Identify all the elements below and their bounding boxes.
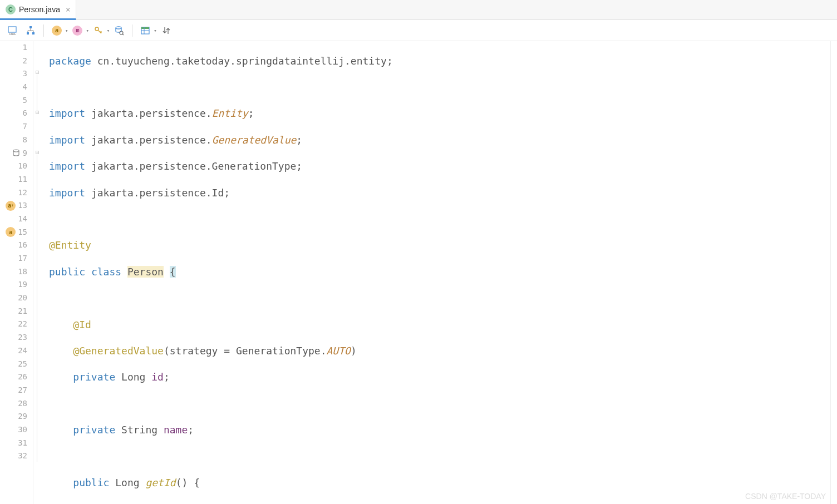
dropdown-icon[interactable]: ▾ — [107, 28, 110, 33]
db-gutter-icon[interactable] — [12, 149, 21, 157]
attr-gutter-badge[interactable]: a? — [6, 201, 16, 211]
line-number: 29 — [18, 410, 27, 423]
editor-toolbar: DDL a ▾ m ▾ ▾ ▾ — [0, 20, 837, 41]
line-number: 17 — [18, 252, 27, 265]
fold-column[interactable]: ⊟ ⊟ ⊟ — [33, 41, 45, 504]
line-number: 5 — [23, 94, 27, 107]
annotation-generated: @GeneratedValue — [73, 345, 164, 357]
method-getId: getId — [145, 477, 175, 488]
field-name: name — [164, 424, 188, 436]
svg-rect-3 — [27, 32, 29, 34]
kw-import: import — [49, 107, 85, 119]
field-id: id — [151, 371, 164, 383]
attr-a-button[interactable]: a — [48, 23, 65, 38]
sort-button[interactable] — [158, 23, 175, 38]
line-number: 28 — [18, 397, 27, 411]
svg-rect-4 — [32, 32, 35, 34]
line-number: 7 — [23, 120, 27, 134]
class-icon: C — [6, 4, 16, 14]
dropdown-icon[interactable]: ▾ — [65, 28, 68, 33]
key-button[interactable] — [90, 23, 107, 38]
attr-gutter-badge[interactable]: a — [6, 227, 16, 237]
kw-package: package — [49, 55, 91, 67]
line-number: 19 — [18, 278, 27, 291]
line-number: 16 — [18, 239, 27, 252]
svg-text:DDL: DDL — [9, 32, 17, 36]
fold-expand-icon[interactable]: ⊟ — [35, 69, 40, 75]
line-number: 11 — [18, 173, 27, 186]
dropdown-icon[interactable]: ▾ — [86, 28, 88, 33]
line-number: 8 — [23, 134, 27, 147]
line-number: 27 — [18, 384, 27, 397]
tab-filename: Person.java — [19, 5, 60, 14]
line-number: 31 — [18, 437, 27, 450]
kw-import: import — [49, 134, 85, 146]
annotation-entity: @Entity — [49, 239, 91, 251]
svg-point-6 — [116, 27, 121, 29]
tabs-bar: C Person.java × — [0, 0, 837, 20]
annotation-id: @Id — [73, 319, 91, 330]
svg-rect-2 — [29, 26, 32, 28]
structure-button[interactable] — [22, 23, 39, 38]
table-button[interactable] — [137, 23, 154, 38]
line-number: 10 — [18, 160, 27, 173]
line-number: 22 — [18, 318, 27, 331]
svg-rect-9 — [141, 27, 149, 29]
code-editor[interactable]: package cn.tuyucheng.taketoday.springdat… — [45, 41, 830, 504]
line-number: 1 — [23, 41, 27, 55]
svg-point-10 — [13, 150, 19, 152]
line-number: 4 — [23, 81, 27, 94]
line-number: 18 — [18, 265, 27, 279]
line-number: 26 — [18, 370, 27, 384]
close-tab-icon[interactable]: × — [66, 5, 70, 14]
line-number: 24 — [18, 344, 27, 358]
line-number: 20 — [18, 291, 27, 305]
editor-area: 1 2 3 4 5 6 7 8 9 10 11 12 a? 13 14 a 15… — [0, 41, 837, 504]
file-tab[interactable]: C Person.java × — [0, 0, 76, 20]
line-number: 15 — [18, 226, 27, 239]
separator — [43, 24, 44, 37]
kw-import: import — [49, 160, 85, 172]
line-number: 6 — [23, 107, 27, 120]
kw-import: import — [49, 187, 85, 199]
line-number: 23 — [18, 331, 27, 344]
line-number: 2 — [23, 55, 27, 68]
line-gutter[interactable]: 1 2 3 4 5 6 7 8 9 10 11 12 a? 13 14 a 15… — [0, 41, 33, 504]
line-number: 25 — [18, 358, 27, 371]
fold-collapse-icon[interactable]: ⊟ — [35, 109, 40, 115]
class-name: Person — [127, 266, 164, 278]
line-number: 21 — [18, 305, 27, 318]
attr-m-button[interactable]: m — [69, 23, 86, 38]
line-number: 30 — [18, 423, 27, 437]
svg-rect-0 — [8, 27, 16, 32]
line-number: 3 — [23, 67, 27, 81]
line-number: 9 — [23, 147, 27, 160]
line-number: 32 — [18, 449, 27, 463]
ddl-button[interactable]: DDL — [4, 23, 21, 38]
dropdown-icon[interactable]: ▾ — [154, 28, 156, 33]
fold-expand-icon[interactable]: ⊟ — [35, 149, 40, 155]
db-search-button[interactable] — [111, 23, 127, 38]
line-number: 14 — [18, 213, 27, 226]
separator — [132, 24, 132, 37]
watermark-text: CSDN @TAKE-TODAY — [745, 492, 826, 501]
package-path: cn.tuyucheng.taketoday.springdataintelli… — [97, 55, 387, 67]
error-stripe[interactable] — [830, 41, 837, 504]
line-number: 13 — [18, 199, 27, 213]
line-number: 12 — [18, 186, 27, 200]
